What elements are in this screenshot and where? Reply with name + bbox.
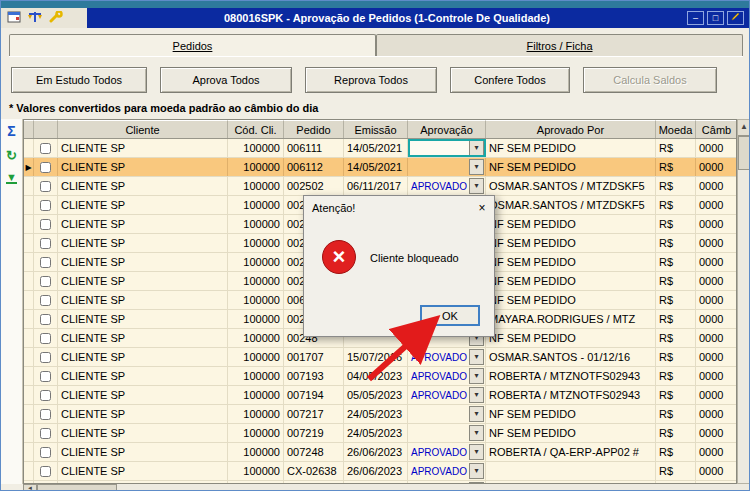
row-checkbox[interactable] — [40, 352, 51, 363]
window-icon[interactable] — [7, 9, 21, 27]
column-header-aprovacao[interactable]: Aprovação — [408, 120, 486, 138]
table-row[interactable]: CLIENTE SP10000000719304/05/2023APROVADO… — [24, 367, 736, 386]
row-checkbox[interactable] — [40, 333, 51, 344]
cell-emissao: 24/05/2023 — [344, 424, 408, 442]
row-checkbox[interactable] — [40, 162, 51, 173]
dropdown-button[interactable]: ▾ — [469, 349, 484, 365]
sigma-icon[interactable]: Σ — [7, 123, 15, 139]
row-checkbox[interactable] — [40, 466, 51, 477]
cell-aprovado-por: ROBERTA / MTZNOTFS02943 — [486, 367, 656, 385]
column-header-cliente[interactable]: Cliente — [58, 120, 228, 138]
ok-button[interactable]: OK — [420, 305, 480, 326]
column-header-aprovado-por[interactable]: Aprovado Por — [486, 120, 656, 138]
table-row[interactable]: CLIENTE SP100000CX-0263826/06/2023APROVA… — [24, 462, 736, 481]
cell-pedido: 007248 — [284, 443, 344, 461]
dropdown-button[interactable]: ▾ — [469, 463, 484, 479]
row-checkbox[interactable] — [40, 200, 51, 211]
scales-icon[interactable] — [28, 9, 42, 27]
cell-aprovado-por: ROBERTA / QA-ERP-APP02 # — [486, 443, 656, 461]
row-indicator-icon — [24, 215, 34, 233]
scroll-up-icon[interactable]: ▲ — [738, 120, 750, 136]
row-select-cell — [34, 215, 58, 233]
tab-divider — [9, 56, 743, 57]
cell-aprovacao: APROVADO▾ — [408, 177, 486, 195]
dropdown-button[interactable]: ▾ — [469, 387, 484, 403]
dropdown-button[interactable]: ▾ — [469, 159, 484, 175]
reprova-todos-button[interactable]: Reprova Todos — [305, 67, 437, 93]
confere-todos-button[interactable]: Confere Todos — [450, 67, 570, 93]
row-indicator-icon — [24, 272, 34, 290]
vertical-scrollbar[interactable]: ▲ — [737, 119, 750, 484]
row-checkbox[interactable] — [40, 219, 51, 230]
aprova-todos-button[interactable]: Aprova Todos — [160, 67, 292, 93]
dropdown-button[interactable]: ▾ — [469, 178, 484, 194]
row-indicator-icon — [24, 139, 34, 157]
vertical-scroll-thumb[interactable] — [738, 136, 750, 170]
row-checkbox[interactable] — [40, 409, 51, 420]
dropdown-button[interactable]: ▾ — [469, 368, 484, 384]
edit-button[interactable] — [727, 11, 744, 25]
download-icon[interactable]: ▼ — [6, 172, 17, 184]
column-header-pedido[interactable]: Pedido — [284, 120, 344, 138]
minimize-button[interactable]: – — [687, 11, 704, 25]
cell-camb: 0000 — [696, 443, 737, 461]
maximize-button[interactable]: □ — [707, 11, 724, 25]
column-header-cod-cli[interactable]: Cód. Cli. — [228, 120, 284, 138]
cell-aprovacao: ▾ — [408, 139, 486, 157]
dialog-close-button[interactable]: × — [474, 201, 490, 216]
table-row[interactable]: CLIENTE SP10000000170715/07/2016APROVADO… — [24, 348, 736, 367]
cell-camb: 0000 — [696, 158, 737, 176]
row-checkbox[interactable] — [40, 314, 51, 325]
em-estudo-todos-button[interactable]: Em Estudo Todos — [11, 67, 147, 93]
table-row[interactable]: CLIENTE SP10000000250206/11/2017APROVADO… — [24, 177, 736, 196]
table-row[interactable]: CLIENTE SP10000000724826/06/2023APROVADO… — [24, 443, 736, 462]
tab-pedidos[interactable]: Pedidos — [9, 34, 376, 56]
row-checkbox[interactable] — [40, 428, 51, 439]
column-header-camb[interactable]: Câmb — [696, 120, 737, 138]
tab-filtros-ficha[interactable]: Filtros / Ficha — [376, 34, 743, 56]
dropdown-button[interactable]: ▾ — [469, 406, 484, 422]
row-select-cell — [34, 139, 58, 157]
dropdown-button[interactable]: ▾ — [469, 140, 484, 156]
dropdown-button[interactable]: ▾ — [469, 444, 484, 460]
cell-emissao: 15/07/2016 — [344, 348, 408, 366]
table-row[interactable]: CLIENTE SP10000000721724/05/2023▾NF SEM … — [24, 405, 736, 424]
row-checkbox[interactable] — [40, 390, 51, 401]
dropdown-button[interactable]: ▾ — [469, 425, 484, 441]
row-checkbox[interactable] — [40, 371, 51, 382]
row-select-cell — [34, 443, 58, 461]
table-row[interactable]: CLIENTE SP10000000721924/05/2023▾NF SEM … — [24, 424, 736, 443]
cell-emissao: 14/05/2021 — [344, 139, 408, 157]
scroll-left-icon[interactable]: ◄ — [23, 484, 37, 491]
row-checkbox[interactable] — [40, 295, 51, 306]
row-checkbox[interactable] — [40, 276, 51, 287]
calcula-saldos-button: Calcula Saldos — [583, 67, 717, 93]
cell-camb: 0000 — [696, 405, 737, 423]
cell-pedido: 007217 — [284, 405, 344, 423]
row-checkbox[interactable] — [40, 257, 51, 268]
cell-cliente: CLIENTE SP — [58, 462, 228, 480]
column-header-emissao[interactable]: Emissão — [344, 120, 408, 138]
cell-cliente: CLIENTE SP — [58, 329, 228, 347]
table-row[interactable]: CLIENTE SP10000000611114/05/2021▾NF SEM … — [24, 139, 736, 158]
row-select-cell — [34, 329, 58, 347]
row-checkbox[interactable] — [40, 238, 51, 249]
cell-cod-cli: 100000 — [228, 310, 284, 328]
table-row[interactable]: CLIENTE SP10000000719405/05/2023APROVADO… — [24, 386, 736, 405]
row-checkbox[interactable] — [40, 447, 51, 458]
cell-cod-cli: 100000 — [228, 462, 284, 480]
row-indicator-icon — [24, 348, 34, 366]
cell-pedido: 001707 — [284, 348, 344, 366]
horizontal-scrollbar[interactable]: ◄ — [23, 484, 737, 491]
dialog-title: Atenção! — [312, 202, 474, 214]
row-checkbox[interactable] — [40, 143, 51, 154]
action-button-row: Em Estudo Todos Aprova Todos Reprova Tod… — [11, 67, 717, 93]
column-header-moeda[interactable]: Moeda — [656, 120, 696, 138]
wrench-icon[interactable] — [49, 9, 63, 27]
horizontal-scroll-thumb[interactable] — [37, 484, 117, 491]
cell-camb: 0000 — [696, 367, 737, 385]
cell-camb: 0000 — [696, 462, 737, 480]
row-checkbox[interactable] — [40, 181, 51, 192]
refresh-icon[interactable]: ↻ — [6, 148, 17, 163]
table-row[interactable]: ▶CLIENTE SP10000000611214/05/2021▾NF SEM… — [24, 158, 736, 177]
